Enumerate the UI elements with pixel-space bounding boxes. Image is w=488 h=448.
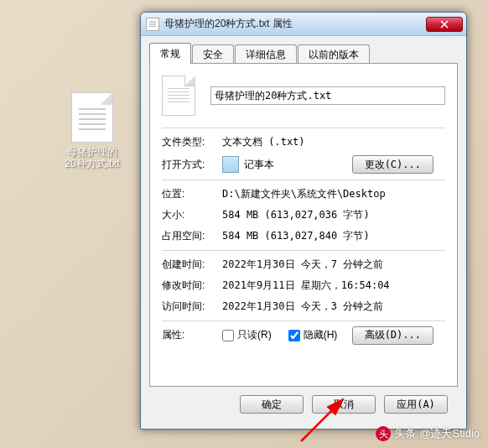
close-icon [440, 20, 449, 29]
close-button[interactable] [426, 17, 463, 32]
filetype-label: 文件类型: [162, 135, 222, 149]
tab-general[interactable]: 常规 [149, 43, 191, 64]
openwith-value: 记事本 [244, 158, 274, 172]
txt-file-icon [71, 92, 113, 143]
hidden-label: 隐藏(H) [304, 328, 338, 342]
filename-input[interactable] [210, 86, 445, 105]
apply-button[interactable]: 应用(A) [384, 395, 448, 414]
tab-strip: 常规 安全 详细信息 以前的版本 [149, 43, 458, 64]
cancel-button[interactable]: 取消 [312, 395, 376, 414]
ok-button[interactable]: 确定 [240, 395, 304, 414]
dialog-title: 母猪护理的20种方式.txt 属性 [164, 17, 426, 31]
created-label: 创建时间: [162, 258, 222, 272]
accessed-value: 2022年1月30日 今天，3 分钟之前 [222, 300, 445, 314]
size-label: 大小: [162, 208, 222, 222]
attributes-group: 只读(R) 隐藏(H) [222, 328, 337, 342]
diskspace-value: 584 MB (613,027,840 字节) [222, 229, 445, 243]
readonly-checkbox-item[interactable]: 只读(R) [222, 328, 272, 342]
separator [162, 250, 445, 251]
watermark: 头 头条 @迹天Stidio [376, 426, 480, 441]
dialog-client: 常规 安全 详细信息 以前的版本 文件类型: 文本文档 (.txt) 打开方式:… [141, 36, 466, 429]
readonly-label: 只读(R) [237, 328, 272, 342]
location-value: D:\新建文件夹\系统文件\Desktop [222, 187, 445, 201]
dialog-footer: 确定 取消 应用(A) [149, 387, 458, 422]
tab-pane-general: 文件类型: 文本文档 (.txt) 打开方式: 记事本 更改(C)... 位置:… [149, 63, 458, 387]
size-value: 584 MB (613,027,036 字节) [222, 208, 445, 222]
location-label: 位置: [162, 187, 222, 201]
readonly-checkbox[interactable] [222, 330, 234, 341]
hidden-checkbox[interactable] [288, 330, 300, 341]
desktop-file-icon[interactable]: 母猪护理的 20种方式.txt [63, 92, 122, 169]
watermark-text: 头条 [394, 426, 416, 441]
modified-label: 修改时间: [162, 279, 222, 293]
titlebar[interactable]: 母猪护理的20种方式.txt 属性 [141, 13, 466, 36]
modified-value: 2021年9月11日 星期六，16:54:04 [222, 279, 445, 293]
diskspace-label: 占用空间: [162, 229, 222, 243]
properties-dialog: 母猪护理的20种方式.txt 属性 常规 安全 详细信息 以前的版本 文件类型:… [140, 12, 467, 430]
created-value: 2022年1月30日 今天，7 分钟之前 [222, 258, 445, 272]
openwith-label: 打开方式: [162, 158, 222, 172]
hidden-checkbox-item[interactable]: 隐藏(H) [288, 328, 338, 342]
desktop-icon-label: 母猪护理的 20种方式.txt [63, 146, 122, 169]
notepad-icon [222, 156, 239, 173]
filetype-value: 文本文档 (.txt) [222, 135, 445, 149]
accessed-label: 访问时间: [162, 300, 222, 314]
advanced-button[interactable]: 高级(D)... [352, 326, 433, 345]
separator [162, 320, 445, 321]
title-file-icon [146, 18, 159, 31]
watermark-logo-icon: 头 [376, 426, 391, 441]
watermark-author: @迹天Stidio [419, 426, 480, 441]
change-button[interactable]: 更改(C)... [352, 155, 433, 174]
file-type-icon [162, 76, 195, 116]
attributes-label: 属性: [162, 328, 222, 342]
separator [162, 128, 445, 128]
separator [162, 180, 445, 180]
